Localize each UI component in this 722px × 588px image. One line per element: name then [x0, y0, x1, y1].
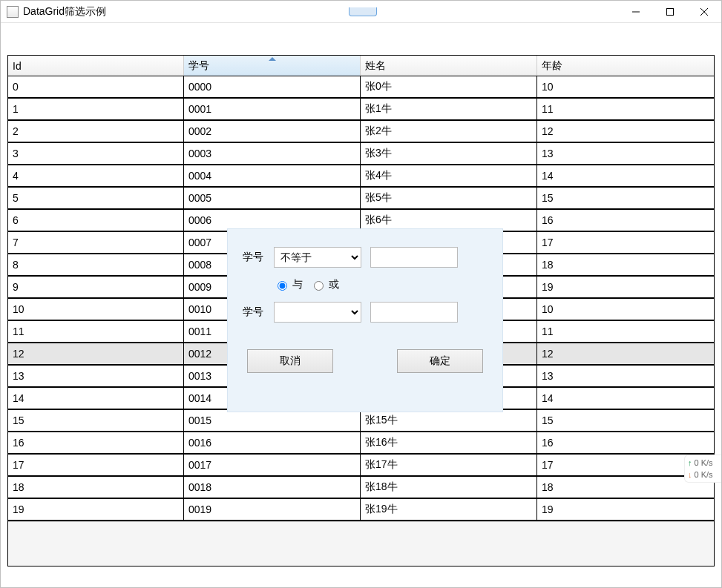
filter-popup: 学号 不等于 与 或 学号 取消 确定: [227, 228, 503, 412]
filter-logic-and-radio[interactable]: [278, 281, 287, 291]
cell-age: 10: [537, 299, 714, 320]
cell-name: 张6牛: [361, 210, 537, 231]
cell-id: 10: [8, 299, 184, 320]
cell-id: 13: [8, 366, 184, 386]
content-area: Id 学号 姓名 年龄 00000张0牛1010001张1牛1120002张2牛…: [7, 55, 721, 581]
cell-id: 11: [8, 321, 184, 342]
cell-age: 15: [537, 410, 714, 431]
cell-id: 5: [8, 188, 184, 208]
cell-id: 19: [8, 499, 184, 520]
cell-id: 2: [8, 121, 184, 142]
table-row[interactable]: 20002张2牛12: [8, 121, 714, 143]
column-header-name[interactable]: 姓名: [361, 56, 537, 76]
close-button[interactable]: [687, 1, 721, 22]
cell-id: 14: [8, 388, 184, 409]
cell-id: 18: [8, 477, 184, 498]
cell-id: 12: [8, 343, 184, 364]
cell-age: 12: [537, 121, 714, 142]
table-row[interactable]: 10001张1牛11: [8, 99, 714, 121]
cancel-button[interactable]: 取消: [247, 349, 333, 373]
net-up-value: 0 K/s: [695, 458, 713, 467]
cell-sn: 0003: [184, 143, 361, 164]
table-row[interactable]: 150015张15牛15: [8, 410, 714, 432]
filter-row-1: 学号 不等于: [243, 247, 488, 268]
filter-logic-and[interactable]: 与: [274, 278, 303, 291]
filter-op2-select[interactable]: [274, 302, 361, 323]
cell-age: 13: [537, 366, 714, 386]
grid-footer: [8, 521, 714, 566]
cell-age: 11: [537, 321, 714, 342]
svg-rect-1: [667, 8, 674, 15]
cell-sn: 0000: [184, 76, 361, 97]
column-header-age[interactable]: 年龄: [537, 56, 714, 76]
cell-age: 15: [537, 188, 714, 208]
filter-value2-input[interactable]: [370, 302, 458, 323]
net-down: 0 K/s: [688, 469, 718, 480]
cell-sn: 0002: [184, 121, 361, 142]
cell-age: 18: [537, 254, 714, 275]
cell-sn: 0015: [184, 410, 361, 431]
cell-id: 8: [8, 254, 184, 275]
titlebar: DataGrid筛选示例: [1, 1, 721, 23]
filter-field2-label: 学号: [243, 305, 274, 319]
cell-age: 11: [537, 99, 714, 119]
cell-id: 1: [8, 99, 184, 119]
cell-age: 19: [537, 499, 714, 520]
cell-id: 16: [8, 432, 184, 453]
ok-button[interactable]: 确定: [397, 349, 483, 373]
table-row[interactable]: 190019张19牛19: [8, 499, 714, 521]
net-up: 0 K/s: [688, 457, 718, 469]
cell-sn: 0006: [184, 210, 361, 231]
cell-age: 13: [537, 143, 714, 164]
column-header-label: Id: [13, 60, 22, 72]
cell-age: 12: [537, 343, 714, 364]
filter-value1-input[interactable]: [370, 247, 458, 268]
cell-name: 张5牛: [361, 188, 537, 208]
filter-logic-or[interactable]: 或: [310, 278, 339, 291]
cell-name: 张17牛: [361, 455, 537, 475]
column-header-id[interactable]: Id: [8, 56, 184, 76]
cell-age: 19: [537, 277, 714, 297]
cell-sn: 0005: [184, 188, 361, 208]
window-title: DataGrid筛选示例: [23, 5, 106, 19]
table-row[interactable]: 30003张3牛13: [8, 143, 714, 165]
net-down-value: 0 K/s: [695, 470, 713, 479]
cell-id: 0: [8, 76, 184, 97]
cell-id: 9: [8, 277, 184, 297]
column-header-sn[interactable]: 学号: [184, 56, 361, 76]
network-indicator: 0 K/s 0 K/s: [684, 455, 721, 483]
table-row[interactable]: 170017张17牛17: [8, 455, 714, 477]
filter-logic-and-label: 与: [292, 278, 303, 291]
window-controls: [619, 1, 721, 22]
minimize-button[interactable]: [619, 1, 653, 22]
filter-logic-or-radio[interactable]: [314, 281, 324, 291]
table-row[interactable]: 50005张5牛15: [8, 188, 714, 210]
cell-id: 3: [8, 143, 184, 164]
cell-sn: 0017: [184, 455, 361, 475]
grid-header: Id 学号 姓名 年龄: [8, 56, 714, 76]
cell-age: 16: [537, 210, 714, 231]
table-row[interactable]: 00000张0牛10: [8, 76, 714, 99]
filter-logic-row: 与 或: [274, 278, 488, 291]
cell-name: 张15牛: [361, 410, 537, 431]
titlebar-handle-icon: [349, 7, 377, 16]
filter-button-row: 取消 确定: [243, 349, 488, 373]
cell-name: 张16牛: [361, 432, 537, 453]
cell-name: 张3牛: [361, 143, 537, 164]
table-row[interactable]: 40004张4牛14: [8, 165, 714, 188]
cell-age: 14: [537, 388, 714, 409]
cell-name: 张2牛: [361, 121, 537, 142]
cell-id: 17: [8, 455, 184, 475]
app-window: DataGrid筛选示例 Id 学号: [0, 0, 722, 588]
cell-id: 7: [8, 232, 184, 253]
filter-row-2: 学号: [243, 302, 488, 323]
cell-sn: 0004: [184, 165, 361, 186]
app-icon: [7, 6, 19, 18]
table-row[interactable]: 160016张16牛16: [8, 432, 714, 455]
table-row[interactable]: 180018张18牛18: [8, 477, 714, 499]
cell-sn: 0018: [184, 477, 361, 498]
filter-op1-select[interactable]: 不等于: [274, 247, 361, 268]
maximize-button[interactable]: [653, 1, 687, 22]
titlebar-spacer: [106, 7, 619, 16]
column-header-label: 学号: [188, 59, 209, 73]
